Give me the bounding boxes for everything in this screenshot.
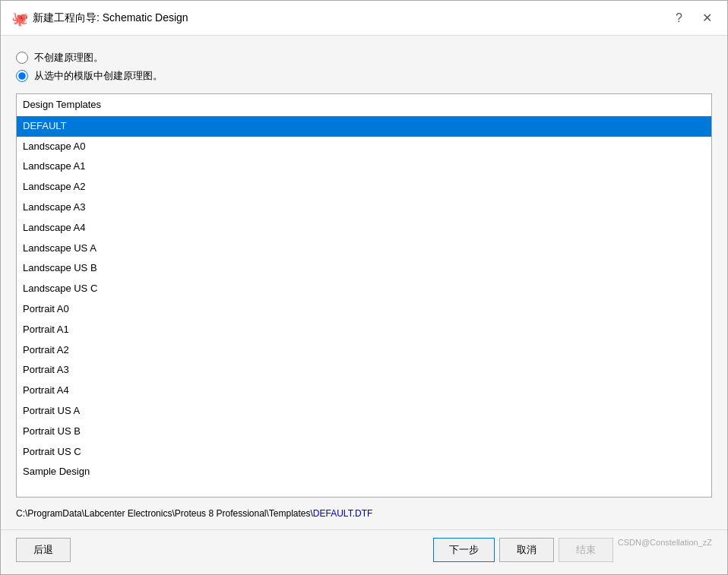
from-template-radio[interactable] xyxy=(16,70,28,82)
help-button[interactable]: ? xyxy=(671,11,687,26)
dialog-footer: 后退 下一步 取消 结束 CSDN@Constellation_zZ xyxy=(1,529,727,574)
list-item[interactable]: Portrait US C xyxy=(17,442,711,463)
dialog-window: 🐙 新建工程向导: Schematic Design ? ✕ 不创建原理图。 从… xyxy=(0,0,728,575)
watermark: CSDN@Constellation_zZ xyxy=(618,538,712,562)
list-item[interactable]: Portrait A3 xyxy=(17,360,711,381)
list-item[interactable]: Landscape A4 xyxy=(17,218,711,239)
title-right: ? ✕ xyxy=(671,11,717,26)
list-item[interactable]: Landscape A1 xyxy=(17,156,711,177)
back-button[interactable]: 后退 xyxy=(16,538,71,562)
footer-right: 下一步 取消 结束 CSDN@Constellation_zZ xyxy=(433,538,712,562)
path-bar: C:\ProgramData\Labcenter Electronics\Pro… xyxy=(16,505,712,522)
list-item[interactable]: Portrait US A xyxy=(17,401,711,422)
no-schematic-label: 不创建原理图。 xyxy=(34,51,103,65)
from-template-label: 从选中的模版中创建原理图。 xyxy=(34,69,163,83)
list-item[interactable]: Portrait A0 xyxy=(17,299,711,320)
list-item[interactable]: Portrait A4 xyxy=(17,381,711,401)
title-left: 🐙 新建工程向导: Schematic Design xyxy=(11,11,188,26)
radio-group: 不创建原理图。 从选中的模版中创建原理图。 xyxy=(16,51,712,83)
list-item[interactable]: Portrait US B xyxy=(17,422,711,442)
list-item[interactable]: Landscape A3 xyxy=(17,197,711,218)
no-schematic-option[interactable]: 不创建原理图。 xyxy=(16,51,712,65)
list-item[interactable]: DEFAULT xyxy=(17,116,711,137)
list-category-label: Design Templates xyxy=(17,94,711,116)
template-list[interactable]: Design Templates DEFAULT Landscape A0 La… xyxy=(16,93,712,498)
list-item[interactable]: Landscape US C xyxy=(17,279,711,299)
next-button[interactable]: 下一步 xyxy=(433,538,495,562)
list-item[interactable]: Landscape US A xyxy=(17,239,711,259)
footer-left: 后退 xyxy=(16,538,71,562)
list-item[interactable]: Landscape US B xyxy=(17,258,711,279)
list-item[interactable]: Landscape A0 xyxy=(17,137,711,157)
list-item[interactable]: Sample Design xyxy=(17,462,711,482)
finish-button: 结束 xyxy=(559,538,613,562)
list-item[interactable]: Landscape A2 xyxy=(17,177,711,197)
title-bar: 🐙 新建工程向导: Schematic Design ? ✕ xyxy=(1,1,727,36)
app-icon: 🐙 xyxy=(11,11,27,26)
path-filename: DEFAULT.DTF xyxy=(313,508,372,519)
no-schematic-radio[interactable] xyxy=(16,52,28,64)
dialog-body: 不创建原理图。 从选中的模版中创建原理图。 Design Templates D… xyxy=(1,36,727,529)
list-item[interactable]: Portrait A2 xyxy=(17,340,711,361)
cancel-button[interactable]: 取消 xyxy=(499,538,554,562)
from-template-option[interactable]: 从选中的模版中创建原理图。 xyxy=(16,69,712,83)
close-button[interactable]: ✕ xyxy=(698,11,717,26)
path-prefix: C:\ProgramData\Labcenter Electronics\Pro… xyxy=(16,508,313,519)
dialog-title: 新建工程向导: Schematic Design xyxy=(33,11,188,25)
list-item[interactable]: Portrait A1 xyxy=(17,320,711,340)
